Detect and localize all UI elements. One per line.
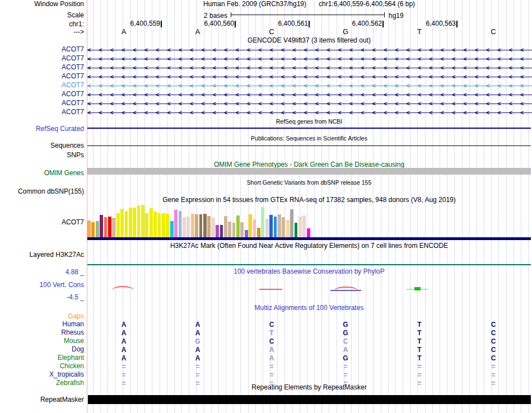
- gtex-bar[interactable]: [274, 217, 277, 238]
- gtex-bar[interactable]: [203, 214, 207, 238]
- species-label-mouse[interactable]: Mouse: [0, 337, 84, 345]
- gtex-bar[interactable]: [302, 215, 306, 238]
- gene-label-acot7[interactable]: ACOT7: [0, 82, 84, 89]
- repeatmasker-label[interactable]: RepeatMasker: [0, 396, 84, 403]
- h3k27ac-baseline[interactable]: [87, 264, 531, 265]
- gtex-bar[interactable]: [179, 211, 182, 238]
- gtex-bar[interactable]: [298, 217, 302, 238]
- gtex-bar[interactable]: [91, 222, 95, 238]
- gtex-bar[interactable]: [286, 220, 290, 238]
- snps-label[interactable]: SNPs: [0, 152, 84, 159]
- gtex-bar[interactable]: [216, 225, 219, 238]
- gtex-bar[interactable]: [112, 218, 115, 238]
- gtex-bar[interactable]: [220, 225, 223, 238]
- gtex-bar[interactable]: [257, 228, 260, 238]
- gtex-bar[interactable]: [108, 217, 111, 238]
- gtex-bar[interactable]: [228, 222, 231, 238]
- sequences-item[interactable]: [87, 146, 531, 146]
- conservation-label[interactable]: 100 Vert. Cons: [0, 281, 84, 289]
- gtex-bar[interactable]: [191, 214, 194, 238]
- gtex-bar[interactable]: [153, 212, 157, 238]
- phylop-positive-peak[interactable]: [334, 287, 358, 291]
- omim-gene-bar[interactable]: [87, 168, 531, 175]
- gtex-bar[interactable]: [253, 219, 256, 238]
- gtex-bar[interactable]: [212, 218, 215, 238]
- gene-transcript-row[interactable]: < < < < < < < < < < < < < < < < < < < < …: [87, 99, 532, 108]
- alignment-base: =: [414, 363, 425, 370]
- gene-label-acot7[interactable]: ACOT7: [0, 55, 84, 62]
- gtex-bar[interactable]: [282, 217, 285, 238]
- gtex-bar[interactable]: [137, 205, 141, 238]
- refseq-curated-item[interactable]: [87, 128, 531, 129]
- gtex-bar[interactable]: [183, 217, 186, 238]
- gtex-bar[interactable]: [174, 210, 178, 238]
- gtex-bar[interactable]: [232, 223, 236, 238]
- gtex-bar[interactable]: [249, 214, 252, 238]
- gtex-bar[interactable]: [141, 205, 144, 238]
- gtex-bar[interactable]: [245, 230, 248, 238]
- repeatmasker-item-bar[interactable]: [88, 395, 531, 404]
- gene-transcript-row[interactable]: < < < < < < < < < < < < < < < < < < < < …: [87, 81, 532, 90]
- gtex-bar[interactable]: [265, 219, 269, 238]
- gtex-bar[interactable]: [104, 217, 108, 238]
- gtex-gene-model-bar[interactable]: [87, 237, 531, 240]
- species-label-rhesus[interactable]: Rhesus: [0, 329, 84, 336]
- gtex-bar[interactable]: [125, 211, 128, 238]
- gtex-bar[interactable]: [240, 222, 244, 238]
- gene-label-acot7[interactable]: ACOT7: [0, 91, 84, 98]
- phylop-green-box[interactable]: [414, 287, 421, 290]
- phylop-positive-peak[interactable]: [112, 286, 134, 290]
- species-label-dog[interactable]: Dog: [0, 346, 84, 353]
- gtex-bar[interactable]: [162, 213, 165, 238]
- sequences-label[interactable]: Sequences: [0, 142, 84, 149]
- gtex-bar[interactable]: [170, 221, 174, 238]
- gtex-bar[interactable]: [236, 215, 240, 238]
- gtex-bar[interactable]: [224, 216, 227, 238]
- species-label-zebrafish[interactable]: Zebrafish: [0, 379, 84, 387]
- gaps-label[interactable]: Gaps: [0, 313, 84, 320]
- gtex-expression-bars[interactable]: [87, 205, 317, 238]
- species-label-chicken[interactable]: Chicken: [0, 363, 84, 370]
- gene-label-acot7[interactable]: ACOT7: [0, 46, 84, 53]
- gtex-bar[interactable]: [269, 215, 273, 238]
- gtex-bar[interactable]: [295, 223, 298, 238]
- gene-label-acot7[interactable]: ACOT7: [0, 100, 84, 107]
- gtex-bar[interactable]: [290, 209, 293, 238]
- omim-genes-label[interactable]: OMIM Genes: [0, 170, 84, 177]
- species-label-x_tropicalis[interactable]: X_tropicalis: [0, 371, 84, 378]
- gene-label-acot7[interactable]: ACOT7: [0, 73, 84, 80]
- gtex-bar[interactable]: [145, 213, 148, 238]
- gtex-bar[interactable]: [116, 213, 120, 238]
- gtex-bar[interactable]: [186, 217, 190, 238]
- gtex-bar[interactable]: [150, 208, 153, 238]
- h3k27ac-label[interactable]: Layered H3K27Ac: [0, 251, 84, 259]
- gene-transcript-row[interactable]: < < < < < < < < < < < < < < < < < < < < …: [87, 108, 532, 117]
- gtex-bar[interactable]: [261, 207, 264, 238]
- gene-label-acot7[interactable]: ACOT7: [0, 109, 84, 116]
- gtex-bar[interactable]: [278, 214, 281, 238]
- gtex-bar[interactable]: [158, 213, 161, 238]
- gtex-bar[interactable]: [87, 220, 91, 238]
- gtex-bar[interactable]: [120, 209, 124, 238]
- species-label-human[interactable]: Human: [0, 321, 84, 328]
- gtex-bar[interactable]: [195, 214, 198, 238]
- refseq-curated-label[interactable]: RefSeq Curated: [0, 125, 84, 133]
- phylop-mark[interactable]: [259, 289, 282, 290]
- common-dbsnp-label[interactable]: Common dbSNP(155): [0, 188, 84, 195]
- gene-transcript-row[interactable]: < < < < < < < < < < < < < < < < < < < < …: [87, 63, 532, 72]
- gtex-bar[interactable]: [207, 216, 211, 238]
- gtex-bar[interactable]: [307, 228, 310, 238]
- gtex-bar[interactable]: [133, 208, 136, 238]
- gtex-bar[interactable]: [100, 215, 103, 238]
- gtex-bar[interactable]: [166, 214, 169, 238]
- gtex-bar[interactable]: [199, 214, 203, 238]
- species-label-elephant[interactable]: Elephant: [0, 354, 84, 362]
- gene-transcript-row[interactable]: < < < < < < < < < < < < < < < < < < < < …: [87, 90, 532, 99]
- gene-transcript-row[interactable]: < < < < < < < < < < < < < < < < < < < < …: [87, 54, 532, 63]
- gene-label-acot7[interactable]: ACOT7: [0, 64, 84, 71]
- gtex-bar[interactable]: [129, 208, 132, 238]
- gtex-bar[interactable]: [96, 221, 99, 238]
- gene-transcript-row[interactable]: < < < < < < < < < < < < < < < < < < < < …: [87, 72, 532, 81]
- gene-transcript-row[interactable]: < < < < < < < < < < < < < < < < < < < < …: [87, 45, 532, 54]
- gtex-gene-label[interactable]: ACOT7: [0, 219, 84, 226]
